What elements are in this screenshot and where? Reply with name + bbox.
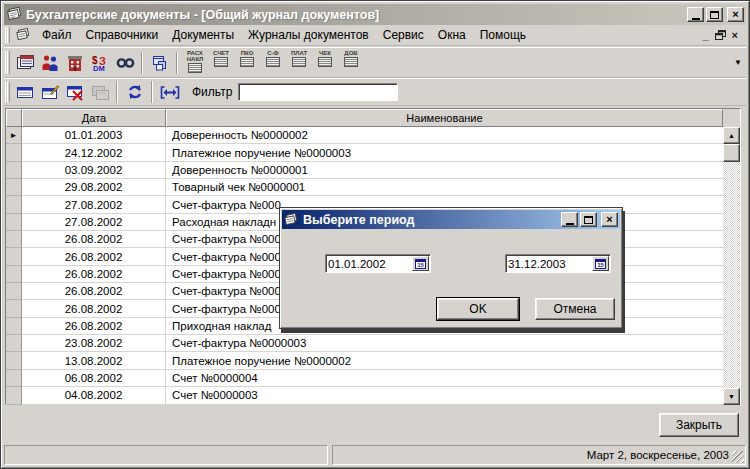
new-document-icon[interactable] xyxy=(12,80,37,104)
row-selector[interactable] xyxy=(6,196,22,213)
menu-item-1[interactable]: Справочники xyxy=(79,26,166,44)
cell-name[interactable]: Платежное поручение №0000002 xyxy=(166,352,723,369)
table-row[interactable]: 24.12.2002Платежное поручение №0000003 xyxy=(6,144,723,161)
dialog-maximize-button[interactable] xyxy=(580,212,597,227)
organization-icon[interactable] xyxy=(62,51,87,75)
currency-icon[interactable]: $ З DM xyxy=(87,51,112,75)
mdi-minimize-icon[interactable]: _ xyxy=(702,30,708,41)
toolbar2-grip[interactable] xyxy=(5,82,10,103)
cell-date[interactable]: 13.08.2002 xyxy=(22,352,166,369)
journal-icon[interactable] xyxy=(12,51,37,75)
maximize-button[interactable] xyxy=(706,7,723,22)
doc-type-button-6[interactable]: ДОВ xyxy=(338,49,364,76)
cascade-windows-icon[interactable] xyxy=(147,51,172,75)
row-selector[interactable] xyxy=(6,370,22,387)
mdi-restore-icon[interactable] xyxy=(715,30,726,40)
filter-input[interactable] xyxy=(238,83,398,101)
row-selector[interactable] xyxy=(6,352,22,369)
row-selector[interactable] xyxy=(6,214,22,231)
dialog-minimize-button[interactable] xyxy=(561,212,578,227)
scroll-down-icon[interactable]: ▼ xyxy=(723,388,740,405)
refresh-icon[interactable] xyxy=(122,80,147,104)
current-row-marker[interactable]: ► xyxy=(6,127,22,144)
ok-button[interactable]: OK xyxy=(437,298,519,320)
doc-type-button-1[interactable]: СЧЕТ xyxy=(208,49,234,76)
delete-document-icon[interactable] xyxy=(62,80,87,104)
close-form-button[interactable]: Закрыть xyxy=(659,413,739,437)
cell-date[interactable]: 26.08.2002 xyxy=(22,318,166,335)
table-row[interactable]: 29.08.2002Товарный чек №0000001 xyxy=(6,179,723,196)
cell-date[interactable]: 03.09.2002 xyxy=(22,162,166,179)
cell-date[interactable]: 01.01.2003 xyxy=(22,127,166,144)
cell-date[interactable]: 29.08.2002 xyxy=(22,179,166,196)
calendar-button-from[interactable]: 15 xyxy=(412,256,429,271)
cell-name[interactable]: Счет-фактура №0000003 xyxy=(166,335,723,352)
doc-type-button-3[interactable]: С-Ф xyxy=(260,49,286,76)
row-selector[interactable] xyxy=(6,335,22,352)
cell-date[interactable]: 26.08.2002 xyxy=(22,300,166,317)
toolbar1-grip[interactable] xyxy=(5,51,10,74)
row-selector[interactable] xyxy=(6,318,22,335)
cell-name[interactable]: Счет №0000003 xyxy=(166,387,723,404)
resize-grip[interactable] xyxy=(732,451,744,463)
row-selector[interactable] xyxy=(6,179,22,196)
menu-item-2[interactable]: Документы xyxy=(165,26,241,44)
doc-type-button-2[interactable]: ПКО xyxy=(234,49,260,76)
cell-name[interactable]: Платежное поручение №0000003 xyxy=(166,144,723,161)
document-journal-icon[interactable] xyxy=(16,28,31,42)
dialog-close-button[interactable]: × xyxy=(601,212,618,227)
row-selector[interactable] xyxy=(6,300,22,317)
scrollbar-thumb[interactable] xyxy=(723,144,740,162)
row-selector[interactable] xyxy=(6,283,22,300)
cell-date[interactable]: 26.08.2002 xyxy=(22,266,166,283)
menu-item-0[interactable]: Файл xyxy=(35,26,79,44)
cell-name[interactable]: Доверенность №0000002 xyxy=(166,127,723,144)
table-row[interactable]: 06.08.2002Счет №0000004 xyxy=(6,370,723,387)
table-row[interactable]: ►01.01.2003Доверенность №0000002 xyxy=(6,127,723,144)
cell-date[interactable]: 04.08.2002 xyxy=(22,387,166,404)
cell-name[interactable]: Товарный чек №0000001 xyxy=(166,179,723,196)
row-selector[interactable] xyxy=(6,144,22,161)
table-row[interactable]: 13.08.2002Платежное поручение №0000002 xyxy=(6,352,723,369)
cell-name[interactable]: Счет №0000004 xyxy=(166,370,723,387)
mdi-close-icon[interactable]: × xyxy=(732,30,738,41)
row-selector[interactable] xyxy=(6,266,22,283)
edit-document-icon[interactable] xyxy=(37,80,62,104)
doc-type-button-4[interactable]: ПЛАТ xyxy=(286,49,312,76)
cell-date[interactable]: 06.08.2002 xyxy=(22,370,166,387)
menu-item-5[interactable]: Окна xyxy=(431,26,473,44)
period-to-input[interactable] xyxy=(506,258,592,270)
table-row[interactable]: 03.09.2002Доверенность №0000001 xyxy=(6,162,723,179)
interval-icon[interactable] xyxy=(157,80,182,104)
cell-date[interactable]: 26.08.2002 xyxy=(22,283,166,300)
minimize-button[interactable] xyxy=(687,7,704,22)
row-selector[interactable] xyxy=(6,231,22,248)
cell-date[interactable]: 27.08.2002 xyxy=(22,214,166,231)
cell-date[interactable]: 27.08.2002 xyxy=(22,196,166,213)
vertical-scrollbar[interactable]: ▲ ▼ xyxy=(723,127,740,405)
column-header-date[interactable]: Дата xyxy=(22,109,166,127)
scroll-up-icon[interactable]: ▲ xyxy=(723,127,740,144)
menu-item-4[interactable]: Сервис xyxy=(376,26,431,44)
period-from-input[interactable] xyxy=(326,258,412,270)
counterparties-icon[interactable] xyxy=(37,51,62,75)
menu-item-6[interactable]: Помощь xyxy=(473,26,533,44)
table-row[interactable]: 23.08.2002Счет-фактура №0000003 xyxy=(6,335,723,352)
close-window-button[interactable]: × xyxy=(727,7,744,22)
row-selector[interactable] xyxy=(6,162,22,179)
cell-date[interactable]: 26.08.2002 xyxy=(22,248,166,265)
table-row[interactable]: 04.08.2002Счет №0000003 xyxy=(6,387,723,404)
calendar-button-to[interactable]: 15 xyxy=(592,256,609,271)
cell-name[interactable]: Доверенность №0000001 xyxy=(166,162,723,179)
cell-date[interactable]: 23.08.2002 xyxy=(22,335,166,352)
toolbar-overflow-button[interactable]: ▼ xyxy=(734,58,742,67)
search-icon[interactable] xyxy=(112,51,137,75)
cell-date[interactable]: 24.12.2002 xyxy=(22,144,166,161)
cancel-button[interactable]: Отмена xyxy=(535,298,615,320)
doc-type-button-0[interactable]: РАСХ НАКЛ xyxy=(182,49,208,76)
menu-item-3[interactable]: Журналы документов xyxy=(241,26,376,44)
menubar-grip[interactable] xyxy=(5,27,10,43)
doc-type-button-5[interactable]: ЧЕК xyxy=(312,49,338,76)
scrollbar-track[interactable] xyxy=(723,162,740,388)
row-selector[interactable] xyxy=(6,387,22,404)
